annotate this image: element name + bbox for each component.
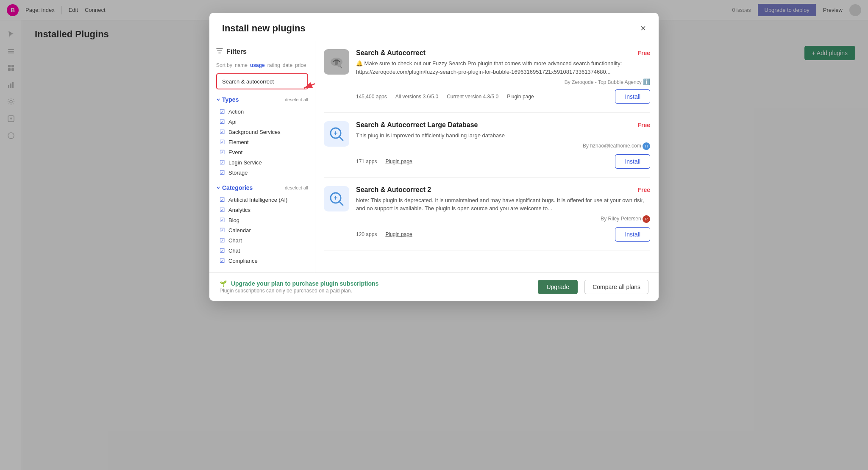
plugin-desc-0: 🔔 Make sure to check out our Fuzzy Searc… — [356, 59, 650, 76]
check-ai-icon: ☑ — [220, 196, 225, 203]
category-calendar[interactable]: ☑ Calendar — [216, 225, 308, 235]
plugin-name-row-2: Search & Autocorrect 2 Free — [356, 186, 650, 194]
plugin-desc-1: This plug in is improved to efficiently … — [356, 131, 650, 140]
check-action-icon: ☑ — [220, 108, 225, 115]
types-title[interactable]: Types — [216, 96, 239, 103]
plugin-name-row-0: Search & Autocorrect Free — [356, 49, 650, 57]
install-button-0[interactable]: Install — [615, 89, 650, 104]
plugin-name-0: Search & Autocorrect — [356, 49, 426, 57]
sort-date[interactable]: date — [283, 62, 292, 68]
types-section-header: Types deselect all — [216, 96, 308, 103]
check-blog-icon: ☑ — [220, 217, 225, 223]
plugin-price-1: Free — [637, 122, 650, 128]
filter-title: Filters — [226, 48, 247, 56]
type-element[interactable]: ☑ Element — [216, 137, 308, 147]
plugin-page-link-1[interactable]: Plugin page — [385, 159, 412, 164]
verified-icon-0: ℹ️ — [643, 78, 650, 85]
compare-plans-button[interactable]: Compare all plans — [584, 280, 648, 294]
categories-list: ☑ Artificial Intelligence (AI) ☑ Analyti… — [216, 195, 308, 266]
plugin-item-2: Search & Autocorrect 2 Free Note: This p… — [324, 178, 650, 250]
category-blog[interactable]: ☑ Blog — [216, 215, 308, 225]
upgrade-subtitle: Plugin subscriptions can only be purchas… — [220, 288, 378, 294]
author-avatar-1: H — [643, 142, 650, 150]
plugin-price-2: Free — [637, 186, 650, 193]
author-avatar-2: R — [643, 215, 650, 223]
sort-price[interactable]: price — [295, 62, 306, 68]
plugin-apps-0: 145,400 apps — [356, 94, 387, 100]
plugin-item-1: Search & Autocorrect Large Database Free… — [324, 113, 650, 178]
install-button-2[interactable]: Install — [615, 227, 650, 242]
category-chat[interactable]: ☑ Chat — [216, 245, 308, 256]
check-chat-icon: ☑ — [220, 247, 225, 254]
plugin-name-1: Search & Autocorrect Large Database — [356, 121, 478, 129]
plugin-meta-row-1: 171 apps Plugin page Install — [356, 154, 650, 169]
plugin-apps-2: 120 apps — [356, 231, 377, 237]
sort-name[interactable]: name — [235, 62, 248, 68]
plugin-item-inner-0: Search & Autocorrect Free 🔔 Make sure to… — [356, 49, 650, 104]
plugin-desc-2: Note: This plugin is deprecated. It is u… — [356, 196, 650, 213]
category-ai[interactable]: ☑ Artificial Intelligence (AI) — [216, 195, 308, 205]
search-input[interactable] — [222, 78, 302, 85]
upgrade-buttons: Upgrade Compare all plans — [538, 280, 648, 294]
upgrade-banner: 🌱 Upgrade your plan to purchase plugin s… — [209, 273, 659, 301]
filter-header: Filters — [216, 47, 308, 56]
modal-header: Install new plugins × — [209, 13, 659, 34]
type-api[interactable]: ☑ Api — [216, 117, 308, 127]
install-button-1[interactable]: Install — [615, 154, 650, 169]
svg-line-17 — [340, 67, 342, 68]
upgrade-text-block: 🌱 Upgrade your plan to purchase plugin s… — [220, 280, 378, 294]
svg-point-16 — [337, 64, 341, 67]
modal-close-button[interactable]: × — [640, 24, 646, 33]
types-list: ☑ Action ☑ Api ☑ Background Services ☑ E… — [216, 106, 308, 178]
plugin-icon-1 — [324, 121, 349, 147]
upgrade-button[interactable]: Upgrade — [538, 280, 578, 294]
category-analytics[interactable]: ☑ Analytics — [216, 205, 308, 215]
check-storage-icon: ☑ — [220, 169, 225, 176]
plugin-icon-2 — [324, 186, 349, 211]
type-background-services[interactable]: ☑ Background Services — [216, 127, 308, 137]
check-api-icon: ☑ — [220, 118, 225, 125]
plugin-item-inner-2: Search & Autocorrect 2 Free Note: This p… — [356, 186, 650, 242]
sort-rating[interactable]: rating — [267, 62, 280, 68]
categories-section-header: Categories deselect all — [216, 184, 308, 191]
categories-deselect-all[interactable]: deselect all — [285, 185, 308, 190]
plugin-page-link-2[interactable]: Plugin page — [385, 231, 412, 237]
type-action[interactable]: ☑ Action — [216, 106, 308, 117]
sort-row: Sort by name usage rating date price — [216, 62, 308, 68]
modal-title: Install new plugins — [222, 23, 306, 34]
filter-icon — [216, 47, 223, 56]
categories-title[interactable]: Categories — [216, 184, 253, 191]
search-wrap-outer — [216, 73, 308, 89]
sort-usage[interactable]: usage — [250, 62, 265, 68]
plugin-versions-0: All versions 3.6/5.0 — [395, 94, 438, 100]
check-chart-icon: ☑ — [220, 237, 225, 244]
category-chart[interactable]: ☑ Chart — [216, 235, 308, 245]
upgrade-title: 🌱 Upgrade your plan to purchase plugin s… — [220, 280, 378, 287]
plugin-icon-0 — [324, 49, 349, 75]
check-event-icon: ☑ — [220, 149, 225, 156]
plugin-current-version-0: Current version 4.3/5.0 — [447, 94, 498, 100]
check-element-icon: ☑ — [220, 139, 225, 145]
plugin-author-0: By Zeroqode - Top Bubble Agency ℹ️ — [356, 78, 650, 85]
check-compliance-icon: ☑ — [220, 257, 225, 264]
type-login-service[interactable]: ☑ Login Service — [216, 157, 308, 167]
plugin-meta-row-0: 145,400 apps All versions 3.6/5.0 Curren… — [356, 89, 650, 104]
plugin-author-1: By hzhao@leafhome.com H — [356, 142, 650, 150]
type-storage[interactable]: ☑ Storage — [216, 167, 308, 178]
types-deselect-all[interactable]: deselect all — [285, 97, 308, 102]
plugin-name-row-1: Search & Autocorrect Large Database Free — [356, 121, 650, 129]
sort-by-label: Sort by — [216, 62, 232, 68]
plugin-name-2: Search & Autocorrect 2 — [356, 186, 431, 194]
plugin-meta-row-2: 120 apps Plugin page Install — [356, 227, 650, 242]
check-analytics-icon: ☑ — [220, 206, 225, 213]
plugin-author-2: By Riley Petersen R — [356, 215, 650, 223]
upgrade-plant-icon: 🌱 — [220, 280, 227, 287]
plugin-page-link-0[interactable]: Plugin page — [507, 94, 534, 100]
modal-overlay: Install new plugins × Filters Sort by na… — [0, 0, 868, 470]
plugin-item-inner-1: Search & Autocorrect Large Database Free… — [356, 121, 650, 169]
plugin-apps-1: 171 apps — [356, 159, 377, 164]
category-compliance[interactable]: ☑ Compliance — [216, 256, 308, 266]
plugin-item-0: Search & Autocorrect Free 🔔 Make sure to… — [324, 41, 650, 113]
svg-line-23 — [339, 202, 343, 205]
type-event[interactable]: ☑ Event — [216, 147, 308, 157]
